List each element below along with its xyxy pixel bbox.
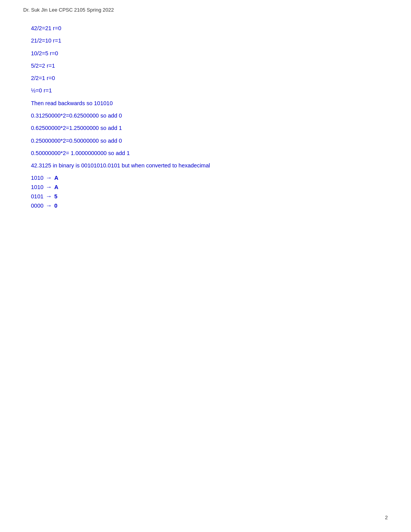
hex-row-1: 1010 → A — [31, 174, 388, 181]
page-container: Dr. Suk Jin Lee CPSC 2105 Spring 2022 42… — [0, 0, 411, 227]
main-content: 42/2=21 r=0 21/2=10 r=1 10/2=5 r=0 5/2=2… — [31, 24, 388, 209]
hex-value-3: 5 — [54, 193, 57, 200]
division-line-3: 10/2=5 r=0 — [31, 49, 388, 57]
division-line-2: 21/2=10 r=1 — [31, 37, 388, 44]
arrow-icon-4: → — [46, 202, 52, 209]
hex-binary-3: 0101 — [31, 193, 43, 200]
hex-value-4: 0 — [54, 203, 57, 209]
hex-binary-4: 0000 — [31, 203, 43, 209]
arrow-icon-3: → — [46, 193, 52, 200]
fraction-line-1: 0.31250000*2=0.62500000 so add 0 — [31, 112, 388, 119]
header-text: Dr. Suk Jin Lee CPSC 2105 Spring 2022 — [23, 7, 114, 13]
hex-row-3: 0101 → 5 — [31, 193, 388, 200]
fraction-line-2: 0.62500000*2=1.25000000 so add 1 — [31, 124, 388, 132]
hex-binary-2: 1010 — [31, 184, 43, 190]
hex-row-2: 1010 → A — [31, 184, 388, 191]
division-line-5: 2/2=1 r=0 — [31, 74, 388, 82]
hex-row-4: 0000 → 0 — [31, 202, 388, 209]
backwards-note: Then read backwards so 101010 — [31, 99, 388, 107]
division-line-1: 42/2=21 r=0 — [31, 24, 388, 32]
arrow-icon-1: → — [46, 174, 52, 181]
page-header: Dr. Suk Jin Lee CPSC 2105 Spring 2022 — [23, 7, 388, 13]
division-line-6: ½=0 r=1 — [31, 87, 388, 94]
binary-hex-note: 42.3125 in binary is 00101010.0101 but w… — [31, 162, 388, 169]
hex-value-2: A — [54, 184, 58, 190]
hex-value-1: A — [54, 175, 58, 181]
fraction-line-3: 0.25000000*2=0.50000000 so add 0 — [31, 137, 388, 145]
arrow-icon-2: → — [46, 184, 52, 191]
fraction-line-4: 0.50000000*2= 1.0000000000 so add 1 — [31, 149, 388, 157]
hex-binary-1: 1010 — [31, 175, 43, 181]
division-line-4: 5/2=2 r=1 — [31, 62, 388, 70]
page-number: 2 — [385, 515, 388, 520]
